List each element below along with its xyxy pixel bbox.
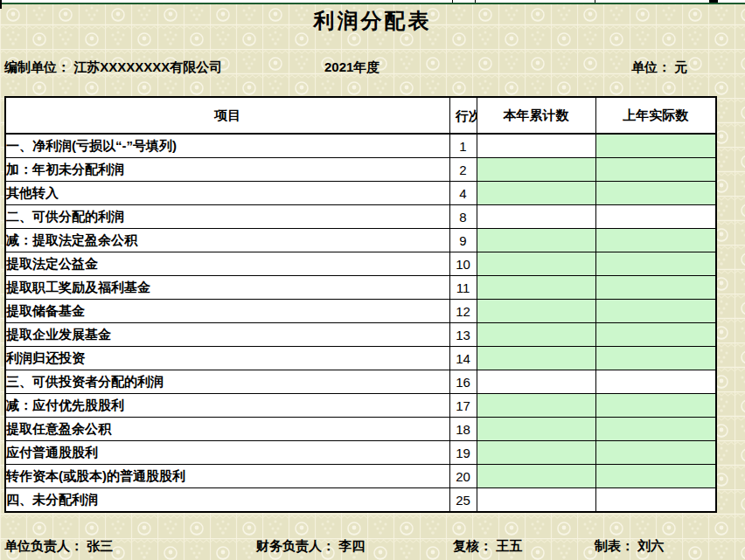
prior-year-value-cell[interactable] <box>595 300 716 323</box>
header-item: 项目 <box>5 97 449 134</box>
current-year-value-cell[interactable] <box>477 323 595 347</box>
finance-responsible-text: 财务负责人： 李四 <box>256 538 365 555</box>
item-cell: 提取法定公益金 <box>5 252 449 276</box>
prior-year-value-cell[interactable] <box>595 158 716 182</box>
line-number-cell: 18 <box>449 418 477 441</box>
item-cell: 减：提取法定盈余公积 <box>5 229 449 252</box>
current-year-value-cell[interactable] <box>477 134 595 158</box>
current-year-value-cell[interactable] <box>477 347 595 370</box>
info-row: 编制单位： 江苏XXXXXXXX有限公司 2021年度 单位： 元 <box>0 59 745 80</box>
table-row: 加：年初未分配利润2 <box>5 158 716 182</box>
current-year-value-cell[interactable] <box>477 488 595 513</box>
item-cell: 三、可供投资者分配的利润 <box>5 370 449 394</box>
prior-year-value-cell[interactable] <box>595 205 716 229</box>
line-number-cell: 9 <box>449 229 477 252</box>
current-year-value-cell[interactable] <box>477 252 595 276</box>
line-number-cell: 12 <box>449 300 477 323</box>
line-number-cell: 19 <box>449 441 477 465</box>
item-cell: 应付普通股股利 <box>5 441 449 465</box>
prior-year-value-cell[interactable] <box>595 276 716 300</box>
item-cell: 一、净利润(亏损以“-”号填列) <box>5 134 449 158</box>
reviewer-text: 复核： 王五 <box>453 538 522 555</box>
prior-year-value-cell[interactable] <box>595 229 716 252</box>
prior-year-value-cell[interactable] <box>595 370 716 394</box>
table-row: 减：应付优先股股利17 <box>5 394 716 418</box>
table-row: 四、未分配利润25 <box>5 488 716 513</box>
line-number-cell: 1 <box>449 134 477 158</box>
table-header-row: 项目 行次 本年累计数 上年实际数 <box>5 97 716 134</box>
prior-year-value-cell[interactable] <box>595 441 716 465</box>
unit-text: 单位： 元 <box>631 59 687 76</box>
table-row: 二、可供分配的利润8 <box>5 205 716 229</box>
page-title: 利润分配表 <box>0 7 745 35</box>
prior-year-value-cell[interactable] <box>595 323 716 347</box>
table-row: 转作资本(或股本)的普通股股利20 <box>5 465 716 488</box>
line-number-cell: 10 <box>449 252 477 276</box>
current-year-value-cell[interactable] <box>477 229 595 252</box>
current-year-value-cell[interactable] <box>477 441 595 465</box>
unit-responsible-text: 单位负责人： 张三 <box>4 538 113 555</box>
table-row: 应付普通股股利19 <box>5 441 716 465</box>
table-row: 减：提取法定盈余公积9 <box>5 229 716 252</box>
current-year-value-cell[interactable] <box>477 182 595 205</box>
item-cell: 减：应付优先股股利 <box>5 394 449 418</box>
current-year-value-cell[interactable] <box>477 394 595 418</box>
prior-year-value-cell[interactable] <box>595 182 716 205</box>
current-year-value-cell[interactable] <box>477 300 595 323</box>
prepared-by-text: 编制单位： 江苏XXXXXXXX有限公司 <box>4 59 222 76</box>
prior-year-value-cell[interactable] <box>595 465 716 488</box>
prior-year-value-cell[interactable] <box>595 488 716 513</box>
line-number-cell: 11 <box>449 276 477 300</box>
current-year-value-cell[interactable] <box>477 158 595 182</box>
current-year-value-cell[interactable] <box>477 465 595 488</box>
sheet-divider-line <box>0 3 745 4</box>
item-cell: 其他转入 <box>5 182 449 205</box>
current-year-value-cell[interactable] <box>477 418 595 441</box>
line-number-cell: 20 <box>449 465 477 488</box>
item-cell: 二、可供分配的利润 <box>5 205 449 229</box>
item-cell: 加：年初未分配利润 <box>5 158 449 182</box>
table-row: 提取法定公益金10 <box>5 252 716 276</box>
item-cell: 提取企业发展基金 <box>5 323 449 347</box>
current-year-value-cell[interactable] <box>477 370 595 394</box>
current-year-value-cell[interactable] <box>477 276 595 300</box>
header-line-no: 行次 <box>449 97 477 134</box>
line-number-cell: 16 <box>449 370 477 394</box>
line-number-cell: 13 <box>449 323 477 347</box>
prior-year-value-cell[interactable] <box>595 347 716 370</box>
fiscal-year-text: 2021年度 <box>324 59 379 76</box>
line-number-cell: 8 <box>449 205 477 229</box>
prior-year-value-cell[interactable] <box>595 394 716 418</box>
table-row: 提取职工奖励及福利基金11 <box>5 276 716 300</box>
table-row: 提取储备基金12 <box>5 300 716 323</box>
current-year-value-cell[interactable] <box>477 205 595 229</box>
item-cell: 提取储备基金 <box>5 300 449 323</box>
table-row: 其他转入4 <box>5 182 716 205</box>
item-cell: 提取任意盈余公积 <box>5 418 449 441</box>
item-cell: 转作资本(或股本)的普通股股利 <box>5 465 449 488</box>
item-cell: 提取职工奖励及福利基金 <box>5 276 449 300</box>
table-row: 三、可供投资者分配的利润16 <box>5 370 716 394</box>
prior-year-value-cell[interactable] <box>595 134 716 158</box>
table-row: 一、净利润(亏损以“-”号填列)1 <box>5 134 716 158</box>
table-row: 提取企业发展基金13 <box>5 323 716 347</box>
signature-row: 单位负责人： 张三 财务负责人： 李四 复核： 王五 制表： 刘六 <box>0 538 745 557</box>
line-number-cell: 17 <box>449 394 477 418</box>
line-number-cell: 4 <box>449 182 477 205</box>
line-number-cell: 14 <box>449 347 477 370</box>
header-current-year: 本年累计数 <box>477 97 595 134</box>
header-prior-year: 上年实际数 <box>595 97 716 134</box>
item-cell: 四、未分配利润 <box>5 488 449 513</box>
table-row: 利润归还投资14 <box>5 347 716 370</box>
line-number-cell: 25 <box>449 488 477 513</box>
table-row: 提取任意盈余公积18 <box>5 418 716 441</box>
line-number-cell: 2 <box>449 158 477 182</box>
profit-distribution-table: 项目 行次 本年累计数 上年实际数 一、净利润(亏损以“-”号填列)1加：年初未… <box>4 96 717 513</box>
preparer-text: 制表： 刘六 <box>595 538 664 555</box>
item-cell: 利润归还投资 <box>5 347 449 370</box>
prior-year-value-cell[interactable] <box>595 418 716 441</box>
prior-year-value-cell[interactable] <box>595 252 716 276</box>
